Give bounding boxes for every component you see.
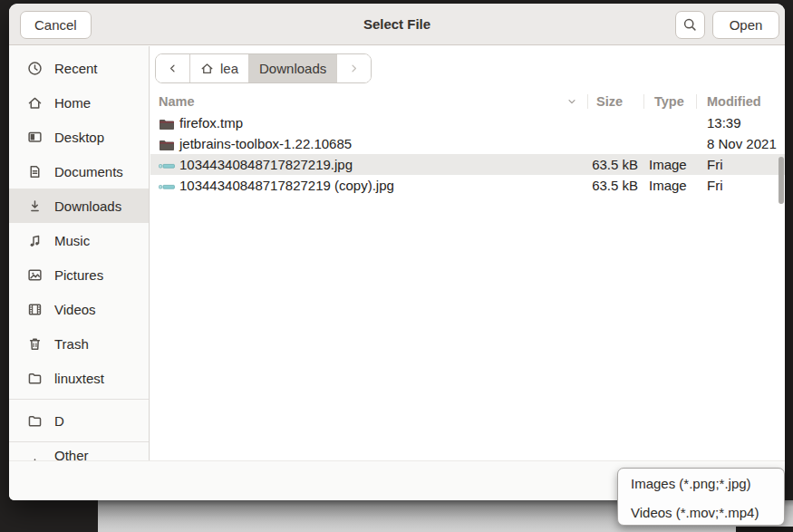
sidebar-item-label: Videos bbox=[54, 302, 96, 317]
file-row[interactable]: jetbrains-toolbox-1.22.106858 Nov 2021 bbox=[150, 133, 785, 154]
headerbar: Cancel Select File Open bbox=[9, 4, 785, 45]
sidebar-item-recent[interactable]: Recent bbox=[9, 51, 149, 85]
file-name: firefox.tmp bbox=[179, 112, 243, 133]
sidebar-item-label: Downloads bbox=[54, 198, 121, 214]
sidebar-item-label: Desktop bbox=[54, 130, 104, 145]
filter-option[interactable]: Videos (*.mov;*.mp4) bbox=[618, 498, 784, 526]
document-icon bbox=[27, 164, 43, 179]
folder-icon bbox=[27, 413, 43, 429]
chevron-right-icon bbox=[347, 62, 361, 75]
video-icon bbox=[27, 302, 43, 317]
file-row[interactable]: 10344340848717827219 (copy).jpg63.5 kBIm… bbox=[150, 175, 785, 196]
desktop-icon bbox=[27, 130, 43, 145]
sidebar-divider bbox=[9, 438, 149, 446]
sidebar-item-music[interactable]: Music bbox=[9, 223, 149, 257]
file-rows: firefox.tmp13:39jetbrains-toolbox-1.22.1… bbox=[150, 112, 785, 196]
column-separator bbox=[643, 94, 644, 109]
sidebar-item-documents[interactable]: Documents bbox=[9, 154, 149, 189]
sidebar-divider bbox=[9, 395, 149, 403]
sidebar-item-desktop[interactable]: Desktop bbox=[9, 120, 149, 154]
sidebar-item-d[interactable]: D bbox=[9, 403, 149, 438]
list-header: NameSizeTypeModified bbox=[150, 91, 785, 112]
sidebar-item-label: Music bbox=[54, 233, 90, 248]
file-modified: 8 Nov 2021 bbox=[707, 133, 777, 154]
column-header-type[interactable]: Type bbox=[654, 91, 684, 112]
trash-icon bbox=[27, 336, 43, 352]
image-file-icon bbox=[159, 158, 175, 171]
search-icon bbox=[682, 17, 698, 33]
pathbar-back-button[interactable] bbox=[156, 54, 190, 82]
file-filter-popup: Images (*.png;*.jpg)Videos (*.mov;*.mp4) bbox=[617, 468, 785, 526]
pathbar-segment-lea[interactable]: lea bbox=[190, 54, 249, 82]
file-browser-pane: leaDownloads NameSizeTypeModified firefo… bbox=[150, 46, 785, 460]
column-header-name[interactable]: Name bbox=[159, 91, 195, 112]
file-name: 10344340848717827219 (copy).jpg bbox=[179, 175, 394, 196]
sidebar-item-label: D bbox=[54, 413, 64, 429]
file-row[interactable]: 10344340848717827219.jpg63.5 kBImageFri bbox=[150, 154, 785, 175]
file-type: Image bbox=[649, 175, 687, 196]
picture-icon bbox=[27, 267, 43, 283]
pathbar-forward-button[interactable] bbox=[337, 54, 371, 82]
sidebar-item-label: Pictures bbox=[54, 267, 103, 283]
filter-option[interactable]: Images (*.png;*.jpg) bbox=[618, 469, 784, 498]
home-icon bbox=[200, 62, 214, 75]
pathbar-segment-label: Downloads bbox=[259, 61, 326, 76]
download-icon bbox=[27, 198, 43, 214]
sidebar-item-label: Recent bbox=[54, 61, 98, 76]
sidebar: RecentHomeDesktopDocumentsDownloadsMusic… bbox=[9, 46, 150, 460]
home-icon bbox=[27, 95, 43, 111]
file-size: 63.5 kB bbox=[585, 154, 638, 175]
sidebar-item-other-locations[interactable]: Other Locations bbox=[9, 446, 149, 460]
file-name: jetbrains-toolbox-1.22.10685 bbox=[179, 133, 352, 154]
file-chooser-dialog: Cancel Select File Open RecentHomeDeskto… bbox=[9, 4, 785, 500]
file-size: 63.5 kB bbox=[585, 175, 638, 196]
sidebar-item-linuxtest[interactable]: linuxtest bbox=[9, 361, 149, 395]
pathbar-segment-downloads[interactable]: Downloads bbox=[249, 54, 337, 82]
sidebar-item-label: Other Locations bbox=[54, 448, 149, 460]
column-separator bbox=[587, 94, 588, 109]
file-modified: 13:39 bbox=[707, 112, 741, 133]
cancel-button[interactable]: Cancel bbox=[20, 11, 92, 39]
file-modified: Fri bbox=[707, 175, 723, 196]
dialog-title: Select File bbox=[9, 4, 785, 45]
music-icon bbox=[27, 233, 43, 248]
folder-icon bbox=[27, 371, 43, 386]
scrollbar-thumb[interactable] bbox=[778, 157, 784, 204]
sort-indicator-icon bbox=[566, 95, 578, 108]
column-header-modified[interactable]: Modified bbox=[707, 91, 761, 112]
file-row[interactable]: firefox.tmp13:39 bbox=[150, 112, 785, 133]
sidebar-item-label: Documents bbox=[54, 164, 123, 179]
file-name: 10344340848717827219.jpg bbox=[179, 154, 353, 175]
file-type: Image bbox=[649, 154, 687, 175]
sidebar-item-pictures[interactable]: Pictures bbox=[9, 257, 149, 292]
sidebar-item-label: Trash bbox=[54, 336, 89, 352]
sidebar-item-trash[interactable]: Trash bbox=[9, 326, 149, 361]
column-separator bbox=[696, 94, 697, 109]
sidebar-item-home[interactable]: Home bbox=[9, 85, 149, 120]
image-file-icon bbox=[159, 179, 175, 192]
file-modified: Fri bbox=[707, 154, 723, 175]
pathbar: leaDownloads bbox=[155, 53, 372, 83]
pathbar-segment-label: lea bbox=[220, 61, 238, 76]
sidebar-item-videos[interactable]: Videos bbox=[9, 292, 149, 326]
open-button[interactable]: Open bbox=[712, 11, 779, 39]
folder-file-icon bbox=[159, 116, 175, 130]
sidebar-item-downloads[interactable]: Downloads bbox=[9, 189, 149, 223]
column-header-size[interactable]: Size bbox=[596, 91, 623, 112]
background-desktop-corner bbox=[736, 527, 793, 532]
folder-file-icon bbox=[159, 137, 175, 150]
sidebar-item-label: linuxtest bbox=[54, 371, 104, 386]
clock-icon bbox=[27, 61, 43, 76]
sidebar-item-label: Home bbox=[54, 95, 91, 111]
search-button[interactable] bbox=[675, 11, 705, 39]
chevron-left-icon bbox=[166, 62, 179, 75]
